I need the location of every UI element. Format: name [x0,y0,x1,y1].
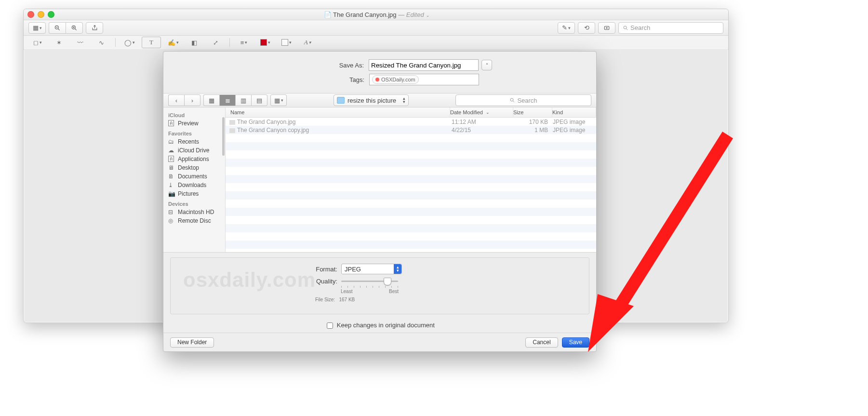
window-title: 📄 The Grand Canyon.jpg — Edited ⌄ [58,11,695,18]
file-list: Name Date Modified ⌄ Size Kind The Grand… [226,107,596,252]
sidebar-toggle-button[interactable]: ▦ ▾ [28,22,46,34]
column-kind-header[interactable]: Kind [552,107,596,117]
icon-view-button[interactable]: ▦ [203,94,219,106]
svg-line-10 [627,28,628,30]
share-button[interactable] [86,22,103,34]
text-button[interactable]: T [142,37,161,48]
collapse-sheet-button[interactable]: ˄ [481,60,492,70]
svg-point-9 [624,26,627,29]
sidebar-item-remote-disc[interactable]: ◎Remote Disc [163,216,225,225]
minimize-window-button[interactable] [38,11,44,18]
svg-line-12 [513,101,515,103]
svg-point-11 [510,98,513,101]
toolbar-search[interactable]: Search [618,22,723,34]
sidebar-item-documents[interactable]: 🗎Documents [163,172,225,181]
sidebar-item-downloads[interactable]: ⤓Downloads [163,181,225,189]
sign-button[interactable]: ✍ ▾ [164,37,182,48]
back-button[interactable]: ‹ [168,94,184,106]
zoom-out-button[interactable] [49,22,66,34]
svg-line-4 [75,28,77,30]
instant-alpha-button[interactable]: ✶ [50,37,68,48]
jpg-file-icon: 📄 [324,11,333,18]
tags-label: Tags: [268,76,364,83]
line-style-button[interactable]: ≡ ▾ [235,37,253,48]
close-window-button[interactable] [27,11,34,18]
column-name-header[interactable]: Name [226,107,450,117]
sidebar-item-recents[interactable]: 🗂Recents [163,137,225,146]
sidebar-item-preview[interactable]: 🄰Preview [163,119,225,128]
table-row[interactable]: The Grand Canyon.jpg11:12 AM170 KBJPEG i… [226,118,596,126]
list-view-button[interactable]: ≣ [219,94,235,106]
sidebar-item-pictures[interactable]: 📷Pictures [163,189,225,198]
titlebar: 📄 The Grand Canyon.jpg — Edited ⌄ [24,9,728,20]
table-row[interactable]: The Grand Canyon copy.jpg4/22/151 MBJPEG… [226,126,596,134]
file-browser-search[interactable]: Search [455,94,591,106]
quality-least-label: Least [341,289,352,294]
zoom-in-button[interactable] [66,22,83,34]
format-dropdown[interactable]: JPEG ▴▾ [341,264,402,274]
sidebar-group-icloud: iCloud [163,109,225,119]
sidebar-item-icloud-drive[interactable]: ☁iCloud Drive [163,146,225,155]
markup-button[interactable] [598,22,615,34]
sidebar-group-favorites: Favorites [163,128,225,137]
sidebar-item-desktop[interactable]: 🖥Desktop [163,163,225,172]
folder-dropdown[interactable]: resize this picture ▴▾ [334,94,409,106]
filesize-value: 167 KB [339,297,355,302]
border-color-button[interactable]: ▾ [256,37,274,48]
tags-input[interactable]: OSXDaily.com [369,74,479,85]
font-style-button[interactable]: A ▾ [298,37,317,48]
save-as-label: Save As: [267,62,364,69]
column-date-header[interactable]: Date Modified ⌄ [450,107,513,117]
main-toolbar: ▦ ▾ ✎ ▾ ⟲ Search [24,20,728,36]
sidebar-group-devices: Devices [163,198,225,208]
coverflow-view-button[interactable]: ▤ [251,94,267,106]
quality-slider[interactable] [341,276,398,286]
rotate-button[interactable]: ⟲ [578,22,595,34]
svg-rect-7 [604,26,609,29]
filesize-label: File Size: [315,297,335,302]
arrange-button[interactable]: ▦ ▾ [270,94,287,106]
column-view-button[interactable]: ▥ [235,94,251,106]
fill-color-button[interactable]: ▾ [277,37,295,48]
shapes-button[interactable]: ◯ ▾ [120,37,139,48]
selection-tool-button[interactable]: ◻ ▾ [28,37,47,48]
highlight-button[interactable]: ✎ ▾ [558,22,575,34]
cancel-button[interactable]: Cancel [525,337,558,348]
file-browser-sidebar: iCloud 🄰Preview Favorites 🗂Recents ☁iClo… [163,107,226,252]
tag-chip[interactable]: OSXDaily.com [372,75,419,84]
adjust-size-button[interactable]: ⤢ [206,37,225,48]
new-folder-button[interactable]: New Folder [170,337,214,348]
markup-toolbar: ◻ ▾ ✶ 〰 ∿ ◯ ▾ T ✍ ▾ ◧ ⤢ ≡ ▾ ▾ ▾ A ▾ [24,36,728,50]
zoom-window-button[interactable] [48,11,54,18]
quality-label: Quality: [171,278,337,285]
file-browser-toolbar: ‹ › ▦ ≣ ▥ ▤ ▦ ▾ resize this picture ▴▾ S… [163,93,596,107]
save-as-input[interactable] [369,59,479,71]
adjust-color-button[interactable]: ◧ [185,37,203,48]
column-size-header[interactable]: Size [513,107,552,117]
sidebar-item-macintosh-hd[interactable]: ⊟Macintosh HD [163,208,225,216]
sketch-tool-button[interactable]: 〰 [71,37,89,48]
format-panel: osxdaily.com Format: JPEG ▴▾ Quality: Le… [170,257,589,314]
sidebar-item-applications[interactable]: 🄰Applications [163,155,225,163]
save-button[interactable]: Save [562,337,589,348]
forward-button[interactable]: › [184,94,200,106]
svg-point-8 [606,27,607,28]
svg-line-1 [58,28,60,30]
save-sheet: Save As: ˄ Tags: OSXDaily.com ‹ › ▦ ≣ ▥ [163,51,597,352]
folder-icon [337,97,345,104]
keep-changes-checkbox[interactable]: Keep changes in original document [325,322,435,329]
format-label: Format: [171,266,337,273]
quality-best-label: Best [389,289,399,294]
draw-tool-button[interactable]: ∿ [92,37,110,48]
